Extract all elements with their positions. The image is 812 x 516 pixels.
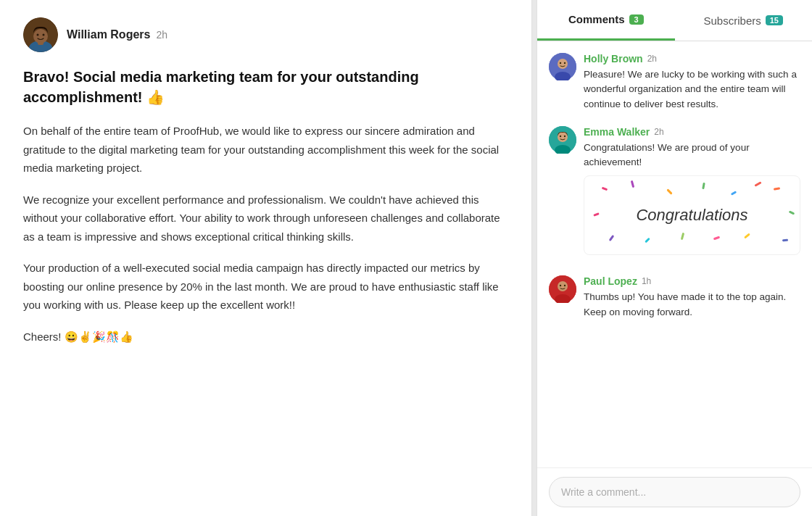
post-paragraph-2: We recognize your excellent performance … <box>23 191 508 246</box>
svg-point-17 <box>558 281 568 291</box>
holly-comment-time: 2h <box>647 54 657 64</box>
holly-comment-text: Pleasure! We are lucky to be working wit… <box>584 67 800 112</box>
paul-comment-header: Paul Lopez 1h <box>584 275 800 287</box>
post-author-name: William Rogers <box>67 28 150 41</box>
tabs-bar: Comments 3 Subscribers 15 <box>537 0 812 41</box>
comments-list: Holly Brown 2h Pleasure! We are lucky to… <box>537 41 812 467</box>
svg-point-9 <box>560 62 561 64</box>
post-time: 2h <box>156 29 167 41</box>
svg-point-14 <box>560 136 561 137</box>
post-meta: William Rogers 2h <box>67 28 167 41</box>
emma-avatar <box>549 126 576 154</box>
comment-item: Holly Brown 2h Pleasure! We are lucky to… <box>549 53 800 112</box>
holly-avatar <box>549 53 576 80</box>
holly-author-name: Holly Brown <box>584 53 643 64</box>
post-header: William Rogers 2h <box>23 17 508 52</box>
post-paragraph-4: Cheers! 😀✌🎉🎊👍 <box>23 328 508 346</box>
paul-author-name: Paul Lopez <box>584 275 637 287</box>
emma-comment-text: Congratulations! We are proud of your ac… <box>584 141 800 170</box>
tab-comments-label: Comments <box>568 13 625 25</box>
right-panel: Comments 3 Subscribers 15 <box>536 0 812 516</box>
comment-input[interactable] <box>549 477 800 507</box>
post-panel: William Rogers 2h Bravo! Social media ma… <box>0 0 532 516</box>
post-paragraph-3: Your production of a well-executed socia… <box>23 259 508 315</box>
svg-point-4 <box>37 34 39 36</box>
tab-subscribers[interactable]: Subscribers 15 <box>675 0 813 41</box>
subscribers-badge: 15 <box>766 15 783 25</box>
emma-comment-header: Emma Walker 2h <box>584 126 800 138</box>
comment-item: Paul Lopez 1h Thumbs up! You have made i… <box>549 275 800 320</box>
comments-badge: 3 <box>629 14 644 25</box>
paul-comment-content: Paul Lopez 1h Thumbs up! You have made i… <box>584 275 800 320</box>
holly-comment-header: Holly Brown 2h <box>584 53 800 64</box>
author-avatar <box>23 17 58 52</box>
svg-point-5 <box>43 34 45 36</box>
congratulations-image: Congratulations <box>584 175 800 255</box>
paul-avatar <box>549 275 576 303</box>
svg-point-19 <box>560 285 561 286</box>
post-title: Bravo! Social media marketing team for y… <box>23 67 508 107</box>
author-avatar-img <box>23 17 58 52</box>
svg-point-20 <box>564 285 566 286</box>
post-body: On behalf of the entire team of ProofHub… <box>23 122 508 346</box>
emma-author-name: Emma Walker <box>584 126 650 138</box>
tab-subscribers-label: Subscribers <box>704 14 761 27</box>
svg-point-15 <box>564 136 566 137</box>
congrats-text: Congratulations <box>636 206 747 225</box>
svg-point-7 <box>558 59 568 69</box>
paul-comment-time: 1h <box>642 276 651 286</box>
post-paragraph-1: On behalf of the entire team of ProofHub… <box>23 122 508 178</box>
paul-comment-text: Thumbs up! You have made it to the top a… <box>584 290 800 320</box>
comment-item: Emma Walker 2h Congratulations! We are p… <box>549 126 800 262</box>
emma-comment-time: 2h <box>654 127 663 137</box>
comment-input-area <box>537 467 812 516</box>
tab-comments[interactable]: Comments 3 <box>537 0 675 41</box>
svg-point-10 <box>564 62 566 64</box>
holly-comment-content: Holly Brown 2h Pleasure! We are lucky to… <box>584 53 800 112</box>
emma-comment-content: Emma Walker 2h Congratulations! We are p… <box>584 126 800 262</box>
svg-point-3 <box>33 29 48 43</box>
